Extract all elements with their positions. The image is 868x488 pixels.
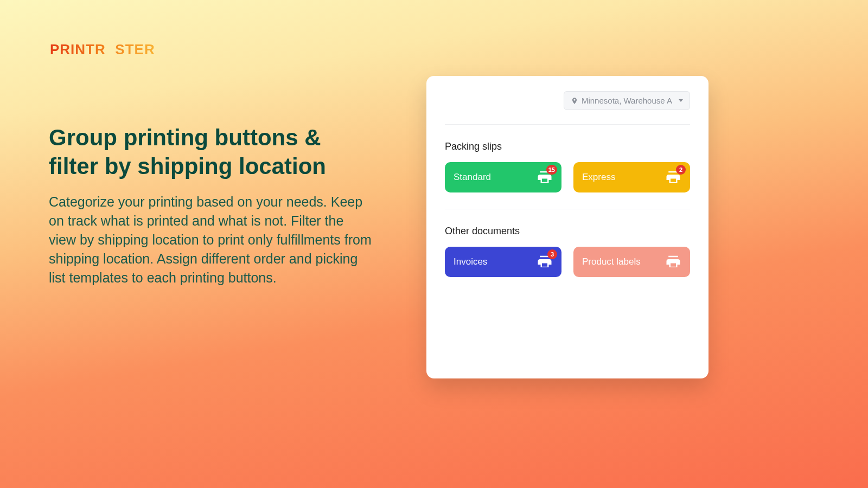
print-badge: 2 <box>676 165 686 175</box>
print-button-label: Product labels <box>582 256 641 267</box>
location-label: Minnesota, Warehouse A <box>582 96 672 105</box>
packing-slips-row: Standard 15 Express 2 <box>445 162 690 209</box>
printer-icon <box>665 254 681 270</box>
brand-part-1: PRINTR <box>50 41 106 58</box>
hero-body: Categorize your printing based on your n… <box>49 192 374 287</box>
print-button-invoices[interactable]: Invoices 3 <box>445 247 561 277</box>
hero-title: Group printing buttons & filter by shipp… <box>49 124 374 181</box>
print-badge: 3 <box>547 249 557 259</box>
infinity-icon: ∞ <box>105 42 116 59</box>
print-button-label: Standard <box>454 172 491 183</box>
print-button-product-labels[interactable]: Product labels <box>573 247 690 277</box>
card-header: Minnesota, Warehouse A <box>445 91 690 125</box>
section-title-packing-slips: Packing slips <box>445 141 690 152</box>
chevron-down-icon <box>679 99 683 102</box>
print-button-label: Express <box>582 172 615 183</box>
other-documents-row: Invoices 3 Product labels <box>445 247 690 293</box>
location-select[interactable]: Minnesota, Warehouse A <box>564 91 690 110</box>
printer-icon: 3 <box>537 254 553 270</box>
printing-card: Minnesota, Warehouse A Packing slips Sta… <box>426 76 709 378</box>
print-button-label: Invoices <box>454 256 487 267</box>
brand-logo: PRINTR ∞ STER <box>50 41 155 58</box>
print-button-standard[interactable]: Standard 15 <box>445 162 561 192</box>
section-title-other-documents: Other documents <box>445 226 690 237</box>
hero-section: Group printing buttons & filter by shipp… <box>49 124 374 287</box>
brand-part-2: STER <box>115 41 155 58</box>
print-button-express[interactable]: Express 2 <box>573 162 690 192</box>
printer-icon: 15 <box>537 169 553 185</box>
print-badge: 15 <box>546 165 557 175</box>
location-pin-icon <box>571 97 577 105</box>
printer-icon: 2 <box>665 169 681 185</box>
